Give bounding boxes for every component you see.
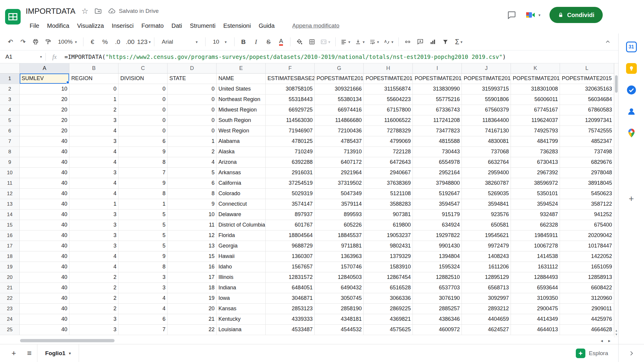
cell-B21[interactable]: 2 bbox=[69, 283, 118, 293]
cell-B6[interactable]: 4 bbox=[69, 126, 118, 136]
cell-G1[interactable]: POPESTIMATE2010 bbox=[315, 74, 364, 84]
zoom-select[interactable]: 100% ▾ bbox=[55, 36, 80, 48]
cell-A4[interactable]: 20 bbox=[20, 105, 69, 115]
cell-H2[interactable]: 311556874 bbox=[364, 84, 413, 94]
cell-F18[interactable]: 1360307 bbox=[266, 251, 315, 262]
cell-K11[interactable]: 38596972 bbox=[511, 178, 560, 189]
cell-C1[interactable]: DIVISION bbox=[118, 74, 168, 84]
cell-H12[interactable]: 5121108 bbox=[364, 189, 413, 199]
cell-D24[interactable]: 21 bbox=[168, 314, 217, 325]
cell-L21[interactable]: 6608422 bbox=[560, 283, 614, 293]
increase-decimals-button[interactable]: .00 bbox=[124, 36, 136, 48]
cell-B7[interactable]: 3 bbox=[69, 136, 118, 147]
cell-G17[interactable]: 9711881 bbox=[315, 241, 364, 251]
cell-F22[interactable]: 3046871 bbox=[266, 293, 315, 304]
cell-F7[interactable]: 4780125 bbox=[266, 136, 315, 147]
cell-L9[interactable]: 6829676 bbox=[560, 157, 614, 168]
cell-H15[interactable]: 619800 bbox=[364, 220, 413, 230]
menu-formato[interactable]: Formato bbox=[138, 20, 168, 31]
cell-H11[interactable]: 37638369 bbox=[364, 178, 413, 189]
maps-icon[interactable] bbox=[626, 127, 637, 139]
cell-J22[interactable]: 3092997 bbox=[462, 293, 511, 304]
cell-I2[interactable]: 313830990 bbox=[413, 84, 462, 94]
row-header-16[interactable]: 16 bbox=[0, 230, 20, 241]
cell-F5[interactable]: 114563030 bbox=[266, 115, 315, 126]
formula-input[interactable]: =IMPORTDATA("https://www2.census.gov/pro… bbox=[64, 54, 618, 60]
cell-E10[interactable]: Arkansas bbox=[217, 168, 266, 178]
cell-D15[interactable]: 11 bbox=[168, 220, 217, 230]
cell-K12[interactable]: 5350101 bbox=[511, 189, 560, 199]
cell-D25[interactable]: 22 bbox=[168, 325, 217, 335]
cell-J11[interactable]: 38260787 bbox=[462, 178, 511, 189]
cell-A14[interactable]: 40 bbox=[20, 210, 69, 220]
print-button[interactable] bbox=[30, 36, 41, 48]
cell-G16[interactable]: 18845537 bbox=[315, 230, 364, 241]
cell-C20[interactable]: 3 bbox=[118, 272, 168, 283]
menu-visualizza[interactable]: Visualizza bbox=[73, 20, 108, 31]
last-modified-link[interactable]: Appena modificato bbox=[292, 22, 339, 29]
cell-L11[interactable]: 38918045 bbox=[560, 178, 614, 189]
cell-C13[interactable]: 1 bbox=[118, 199, 168, 210]
cell-D6[interactable]: 0 bbox=[168, 126, 217, 136]
row-header-5[interactable]: 5 bbox=[0, 115, 20, 126]
cell-A12[interactable]: 40 bbox=[20, 189, 69, 199]
cell-I12[interactable]: 5192647 bbox=[413, 189, 462, 199]
cell-E4[interactable]: Midwest Region bbox=[217, 105, 266, 115]
cell-J14[interactable]: 923576 bbox=[462, 210, 511, 220]
cell-C5[interactable]: 0 bbox=[118, 115, 168, 126]
cell-F15[interactable]: 601767 bbox=[266, 220, 315, 230]
cell-D10[interactable]: 5 bbox=[168, 168, 217, 178]
cell-H8[interactable]: 722128 bbox=[364, 147, 413, 157]
save-status[interactable]: Salvato in Drive bbox=[108, 7, 159, 15]
font-size-select[interactable]: 10 ▾ bbox=[209, 36, 231, 48]
row-header-11[interactable]: 11 bbox=[0, 178, 20, 189]
cell-J12[interactable]: 5269035 bbox=[462, 189, 511, 199]
share-button[interactable]: Condividi bbox=[549, 7, 603, 23]
cell-L18[interactable]: 1422052 bbox=[560, 251, 614, 262]
cell-D17[interactable]: 13 bbox=[168, 241, 217, 251]
cell-D18[interactable]: 15 bbox=[168, 251, 217, 262]
percent-format-button[interactable]: % bbox=[99, 36, 111, 48]
cell-J3[interactable]: 55901806 bbox=[462, 94, 511, 105]
cell-G2[interactable]: 309321666 bbox=[315, 84, 364, 94]
cell-J2[interactable]: 315993715 bbox=[462, 84, 511, 94]
column-header-B[interactable]: B bbox=[69, 63, 118, 74]
contacts-icon[interactable] bbox=[626, 106, 637, 117]
cell-D19[interactable]: 16 bbox=[168, 262, 217, 272]
cell-L2[interactable]: 320635163 bbox=[560, 84, 614, 94]
cell-J19[interactable]: 1611206 bbox=[462, 262, 511, 272]
cell-F3[interactable]: 55318443 bbox=[266, 94, 315, 105]
cell-C14[interactable]: 5 bbox=[118, 210, 168, 220]
horizontal-align-button[interactable]: ▾ bbox=[339, 36, 352, 48]
insert-chart-button[interactable] bbox=[427, 36, 439, 48]
cell-B14[interactable]: 3 bbox=[69, 210, 118, 220]
cell-F20[interactable]: 12831572 bbox=[266, 272, 315, 283]
cell-I19[interactable]: 1595324 bbox=[413, 262, 462, 272]
cell-D13[interactable]: 9 bbox=[168, 199, 217, 210]
tasks-icon[interactable] bbox=[626, 84, 637, 96]
scroll-left-arrow[interactable]: ◂ bbox=[601, 337, 603, 344]
cell-B16[interactable]: 3 bbox=[69, 230, 118, 241]
cell-K13[interactable]: 3594524 bbox=[511, 199, 560, 210]
cell-H7[interactable]: 4799069 bbox=[364, 136, 413, 147]
cell-E15[interactable]: District of Columbia bbox=[217, 220, 266, 230]
cell-G9[interactable]: 6407172 bbox=[315, 157, 364, 168]
cell-J5[interactable]: 118364400 bbox=[462, 115, 511, 126]
cell-J17[interactable]: 9972479 bbox=[462, 241, 511, 251]
cell-C12[interactable]: 8 bbox=[118, 189, 168, 199]
cell-J4[interactable]: 67560379 bbox=[462, 105, 511, 115]
cell-B4[interactable]: 2 bbox=[69, 105, 118, 115]
cell-B19[interactable]: 4 bbox=[69, 262, 118, 272]
vertical-align-button[interactable]: ▾ bbox=[353, 36, 366, 48]
cell-G24[interactable]: 4348181 bbox=[315, 314, 364, 325]
cell-F11[interactable]: 37254519 bbox=[266, 178, 315, 189]
cell-C25[interactable]: 7 bbox=[118, 325, 168, 335]
cell-C15[interactable]: 5 bbox=[118, 220, 168, 230]
number-format-button[interactable]: 123▾ bbox=[137, 36, 151, 48]
cell-C19[interactable]: 8 bbox=[118, 262, 168, 272]
cell-K25[interactable]: 4644013 bbox=[511, 325, 560, 335]
cell-L19[interactable]: 1651059 bbox=[560, 262, 614, 272]
menu-strumenti[interactable]: Strumenti bbox=[186, 20, 220, 31]
cell-A8[interactable]: 40 bbox=[20, 147, 69, 157]
cell-I4[interactable]: 67336743 bbox=[413, 105, 462, 115]
